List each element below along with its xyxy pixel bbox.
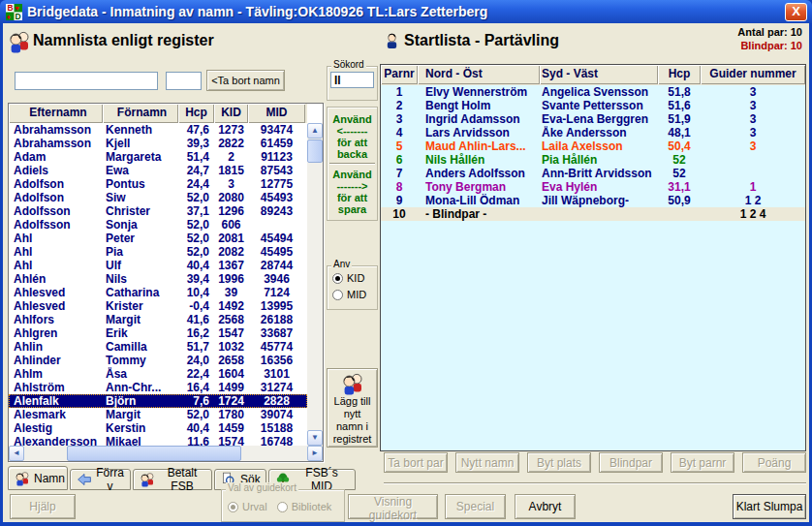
table-row[interactable]: 3Ingrid AdamssonEva-Lena Berggren51,93 xyxy=(381,112,805,126)
col-kid[interactable]: KID xyxy=(214,104,248,123)
table-row[interactable]: AdolfssonSonja52,0606 xyxy=(9,218,307,232)
table-row[interactable]: AhlmÅsa22,416043101 xyxy=(9,367,307,381)
name-input[interactable] xyxy=(15,72,158,90)
table-row[interactable]: 10- Blindpar -1 2 4 xyxy=(381,207,805,221)
add-name-button[interactable]: Lägg till nytt namn i registret xyxy=(327,368,378,448)
col-syd-vast[interactable]: Syd - Väst xyxy=(540,65,658,84)
col-mid[interactable]: MID xyxy=(248,104,305,123)
table-row[interactable]: AhlPeter52,0208145494 xyxy=(9,232,307,245)
table-row[interactable]: 7Anders AdolfssonAnn-Britt Arvidsson52 xyxy=(381,167,805,180)
id-input[interactable] xyxy=(166,72,202,90)
byt-plats-button[interactable]: Byt plats xyxy=(527,452,591,473)
radio-bibliotek[interactable]: Bibliotek xyxy=(277,501,332,512)
radio-icon[interactable] xyxy=(332,290,343,300)
blindpar-button[interactable]: Blindpar xyxy=(599,452,663,473)
use-back-arrow: <------- xyxy=(328,125,377,137)
radio-mid[interactable]: MID xyxy=(332,289,375,300)
table-row[interactable]: AdolfssonChrister37,1129689243 xyxy=(9,204,307,218)
use-back-button[interactable]: Använd <------- för att backa xyxy=(328,113,377,160)
ta-bort-par-button[interactable]: Ta bort par xyxy=(384,452,448,473)
klart-slumpa-button[interactable]: Klart Slumpa xyxy=(733,494,806,519)
table-row[interactable]: AlexanderssonMikael11,6157416748 xyxy=(9,435,307,446)
table-row[interactable]: AlesmarkMargit52,0178039074 xyxy=(9,408,307,421)
avbryt-button[interactable]: Avbryt xyxy=(515,494,576,519)
table-row[interactable]: 1Elvy WennerströmAngelica Svensson51,83 xyxy=(381,85,805,99)
cell: Pontus xyxy=(103,177,178,191)
col-hcp[interactable]: Hcp xyxy=(178,104,214,123)
tab-f-rra-v[interactable]: Förra v xyxy=(70,469,131,490)
cell: 51,6 xyxy=(658,99,701,112)
use-save-button[interactable]: Använd -------> för att spara xyxy=(328,169,377,215)
table-row[interactable]: AdolfsonPontus24,4312775 xyxy=(9,177,307,191)
cell: Svante Pettersson xyxy=(540,99,658,112)
cell: 22,4 xyxy=(178,367,214,381)
radio-icon[interactable] xyxy=(332,273,343,284)
table-row[interactable]: 4Lars ArvidssonÅke Andersson48,13 xyxy=(381,126,805,139)
col-hcp[interactable]: Hcp xyxy=(658,65,701,84)
table-row[interactable]: 9Mona-Lill ÖdmanJill Wäpneborg-50,91 2 xyxy=(381,194,805,207)
cell: Adiels xyxy=(9,164,103,177)
col-parnr[interactable]: Parnr xyxy=(381,65,418,84)
tab-betalt-fsb[interactable]: Betalt FSB xyxy=(133,469,212,490)
table-row[interactable]: AdolfsonSiw52,0208045493 xyxy=(9,191,307,204)
scroll-down-icon[interactable]: ▼ xyxy=(307,430,323,446)
cell: Margit xyxy=(103,408,178,421)
visning-guidekort-button[interactable]: Visning guidekort xyxy=(348,494,438,519)
radio-kid[interactable]: KID xyxy=(332,272,375,284)
table-row[interactable]: AhlforsMargit41,6256826188 xyxy=(9,313,307,326)
table-row[interactable]: AdamMargareta51,4291123 xyxy=(9,150,307,164)
table-row[interactable]: AhlesvedKrister-0,4149213995 xyxy=(9,299,307,313)
use-save-line: Använd xyxy=(328,169,377,180)
vertical-scrollbar[interactable]: ▲ ▼ xyxy=(307,123,323,446)
table-row[interactable]: AhlPia52,0208245495 xyxy=(9,245,307,259)
cell: Kenneth xyxy=(103,123,178,137)
radio-icon[interactable] xyxy=(277,502,288,512)
help-button[interactable]: Hjälp xyxy=(10,494,76,519)
cell: 10,4 xyxy=(178,286,214,299)
table-row[interactable]: AhlinderTommy24,0265816356 xyxy=(9,354,307,367)
close-button[interactable]: X xyxy=(785,3,807,21)
table-row[interactable]: AbrahamssonKenneth47,6127393474 xyxy=(9,123,307,137)
scroll-up-icon[interactable]: ▲ xyxy=(307,123,323,139)
table-row[interactable]: AhlströmAnn-Chr...16,4149931274 xyxy=(9,381,307,394)
remove-name-button[interactable]: <Ta bort namn xyxy=(206,70,285,91)
cell: Alenfalk xyxy=(9,394,103,408)
radio-icon[interactable] xyxy=(228,502,238,512)
table-row[interactable]: AhlUlf40,4136728744 xyxy=(9,259,307,272)
cell: Ahlesved xyxy=(9,299,103,313)
radio-urval[interactable]: Urval xyxy=(228,501,267,512)
cell: 40,4 xyxy=(178,421,214,435)
scroll-right-icon[interactable]: ► xyxy=(307,446,323,461)
table-row[interactable]: AlestigKerstin40,4145915188 xyxy=(9,421,307,435)
table-row[interactable]: AhlgrenErik16,2154733687 xyxy=(9,326,307,340)
col-guider[interactable]: Guider nummer xyxy=(701,65,805,84)
scrollbar-thumb[interactable] xyxy=(307,139,323,163)
cell: 2 xyxy=(214,150,248,164)
use-back-line: för att xyxy=(328,137,377,148)
table-row[interactable]: 2Bengt HolmSvante Pettersson51,63 xyxy=(381,99,805,112)
table-row[interactable]: 5Maud Ahlin-Lars...Laila Axelsson50,43 xyxy=(381,139,805,153)
table-row[interactable]: AhlinCamilla51,7103245774 xyxy=(9,340,307,354)
special-button[interactable]: Special xyxy=(445,494,506,519)
scroll-left-icon[interactable]: ◄ xyxy=(9,446,24,461)
table-row[interactable]: 8Tony BergmanEva Hylén31,11 xyxy=(381,180,805,194)
po-ng-button[interactable]: Poäng xyxy=(742,452,806,473)
nytt-namn-button[interactable]: Nytt namn xyxy=(455,452,519,473)
table-row[interactable]: AlenfalkBjörn7,617242828 xyxy=(9,394,307,408)
table-row[interactable]: AdielsEwa24,7181587543 xyxy=(9,164,307,177)
sokord-input[interactable] xyxy=(330,72,374,88)
col-fornamn[interactable]: Förnamn xyxy=(103,104,178,123)
horizontal-scrollbar[interactable]: ◄ ► xyxy=(9,446,323,461)
table-row[interactable]: 6Nils HållénPia Hållén52 xyxy=(381,153,805,167)
table-row[interactable]: AbrahamssonKjell39,3282261459 xyxy=(9,137,307,150)
tab-namn[interactable]: Namn xyxy=(8,466,68,490)
cell: 16356 xyxy=(248,354,305,367)
faces-icon xyxy=(140,472,155,487)
table-row[interactable]: AhlénNils39,419963946 xyxy=(9,272,307,286)
col-efternamn[interactable]: Efternamn xyxy=(9,104,103,123)
table-row[interactable]: AhlesvedCatharina10,4397124 xyxy=(9,286,307,299)
scrollbar-thumb[interactable] xyxy=(67,446,241,461)
cell: Angelica Svensson xyxy=(540,85,658,99)
byt-parnr-button[interactable]: Byt parnr xyxy=(671,452,734,473)
col-nord-ost[interactable]: Nord - Öst xyxy=(418,65,540,84)
